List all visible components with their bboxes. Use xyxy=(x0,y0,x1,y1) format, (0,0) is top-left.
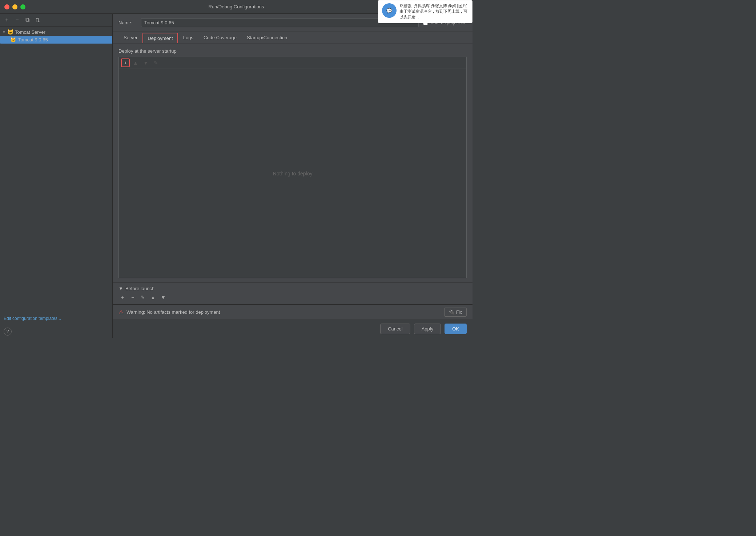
before-launch-add-button[interactable]: + xyxy=(118,293,126,301)
before-launch-remove-button[interactable]: − xyxy=(129,293,137,301)
edit-templates-link[interactable]: Edit configuration templates... xyxy=(4,316,61,321)
deploy-list-area: Nothing to deploy xyxy=(118,69,467,278)
before-launch-up-button[interactable]: ▲ xyxy=(149,293,157,301)
deploy-section: Deploy at the server startup + ▲ ▼ ✎ Not… xyxy=(113,44,472,283)
tab-code-coverage[interactable]: Code Coverage xyxy=(198,32,242,44)
help-button[interactable]: ? xyxy=(4,328,12,336)
deploy-toolbar: + ▲ ▼ ✎ xyxy=(118,57,467,69)
add-configuration-button[interactable]: + xyxy=(3,16,11,24)
warning-bar: ⚠ Warning: No artifacts marked for deplo… xyxy=(113,304,472,320)
before-launch-down-button[interactable]: ▼ xyxy=(159,293,167,301)
notification-text: 邓超强: @揭鹏辉 @张文涛 @婧 [图片]由于测试资源冲突，放到下周上线，可以… xyxy=(399,3,469,20)
tree-group-tomcat-server[interactable]: ▼ 🐱 Tomcat Server xyxy=(0,28,112,36)
name-input[interactable] xyxy=(141,18,419,27)
before-launch-label: Before launch xyxy=(125,286,154,291)
sidebar-footer: Edit configuration templates... xyxy=(0,313,112,324)
content-area: Name: Store as project file Server Deplo… xyxy=(113,14,472,338)
window-title: Run/Debug Configurations xyxy=(208,4,264,9)
before-launch-edit-button[interactable]: ✎ xyxy=(139,293,147,301)
tomcat-item-icon: 🐱 xyxy=(10,37,16,42)
sidebar: + − ⧉ ⇅ ▼ 🐱 Tomcat Server 🐱 Tomcat 9.0.6… xyxy=(0,14,113,338)
before-launch-toolbar: + − ✎ ▲ ▼ xyxy=(118,293,467,301)
notification-avatar: 💬 xyxy=(382,3,397,18)
copy-configuration-button[interactable]: ⧉ xyxy=(23,16,31,24)
fix-icon: 🔌 xyxy=(449,309,455,315)
tree-expand-icon: ▼ xyxy=(2,30,6,34)
deploy-edit-button[interactable]: ✎ xyxy=(152,58,160,67)
tree-item-tomcat[interactable]: 🐱 Tomcat 9.0.65 xyxy=(0,36,112,44)
maximize-button[interactable] xyxy=(20,4,25,9)
fix-label: Fix xyxy=(456,310,462,315)
action-bar: Cancel Apply OK xyxy=(113,320,472,338)
name-label: Name: xyxy=(118,20,137,25)
minimize-button[interactable] xyxy=(12,4,17,9)
warning-icon: ⚠ xyxy=(118,309,124,316)
deploy-label: Deploy at the server startup xyxy=(118,48,467,54)
deploy-add-button[interactable]: + xyxy=(121,58,130,67)
traffic-lights xyxy=(4,4,25,9)
tabs-bar: Server Deployment Logs Code Coverage Sta… xyxy=(113,32,472,44)
cancel-button[interactable]: Cancel xyxy=(380,324,410,334)
main-layout: + − ⧉ ⇅ ▼ 🐱 Tomcat Server 🐱 Tomcat 9.0.6… xyxy=(0,14,472,338)
tab-startup-connection[interactable]: Startup/Connection xyxy=(242,32,292,44)
sort-configurations-button[interactable]: ⇅ xyxy=(33,16,41,24)
tree-group-label: Tomcat Server xyxy=(15,29,45,35)
before-launch-arrow-icon: ▼ xyxy=(118,286,123,291)
apply-button[interactable]: Apply xyxy=(414,324,441,334)
remove-configuration-button[interactable]: − xyxy=(13,16,21,24)
before-launch-section: ▼ Before launch + − ✎ ▲ ▼ xyxy=(113,283,472,304)
ok-button[interactable]: OK xyxy=(445,324,467,334)
deploy-down-button[interactable]: ▼ xyxy=(141,58,150,67)
tab-deployment[interactable]: Deployment xyxy=(142,33,178,43)
fix-button[interactable]: 🔌 Fix xyxy=(444,308,467,317)
tab-logs[interactable]: Logs xyxy=(178,32,198,44)
tree-item-label: Tomcat 9.0.65 xyxy=(18,37,48,42)
before-launch-header: ▼ Before launch xyxy=(118,286,467,291)
sidebar-toolbar: + − ⧉ ⇅ xyxy=(0,14,112,27)
sidebar-help-area: ? xyxy=(0,324,112,338)
title-bar: Run/Debug Configurations 💬 邓超强: @揭鹏辉 @张文… xyxy=(0,0,472,14)
warning-text: Warning: No artifacts marked for deploym… xyxy=(126,309,441,315)
nothing-to-deploy-text: Nothing to deploy xyxy=(273,171,313,176)
deploy-up-button[interactable]: ▲ xyxy=(131,58,140,67)
close-button[interactable] xyxy=(4,4,9,9)
tab-server[interactable]: Server xyxy=(118,32,142,44)
notification-overlay: 💬 邓超强: @揭鹏辉 @张文涛 @婧 [图片]由于测试资源冲突，放到下周上线，… xyxy=(378,0,472,23)
configuration-tree: ▼ 🐱 Tomcat Server 🐱 Tomcat 9.0.65 xyxy=(0,27,112,313)
tomcat-group-icon: 🐱 xyxy=(7,29,13,35)
